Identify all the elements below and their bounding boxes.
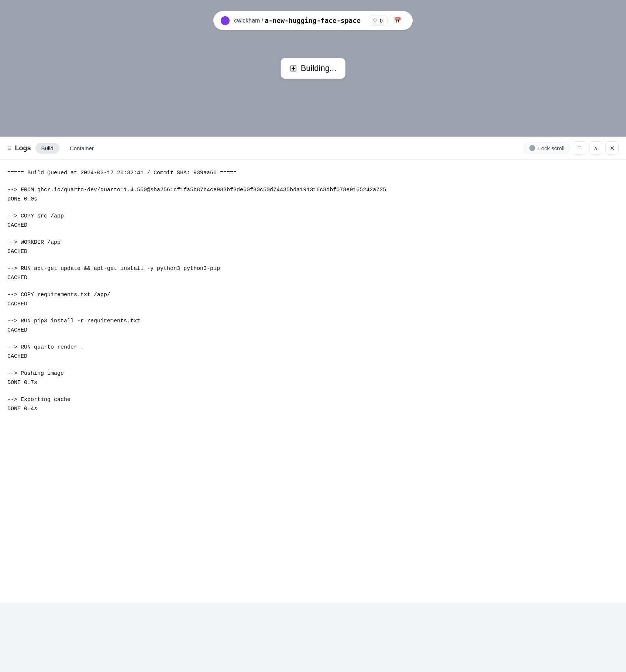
menu-lines-button[interactable]: ≡ [573, 141, 586, 155]
like-count: 0 [380, 18, 383, 24]
log-header-section: ===== Build Queued at 2024-03-17 20:32:4… [7, 168, 619, 178]
log-result-5: CACHED [7, 326, 619, 335]
log-result-4: CACHED [7, 299, 619, 309]
lock-scroll-toggle[interactable] [529, 145, 535, 151]
building-indicator: ⊞ Building... [281, 58, 345, 79]
log-result-7: DONE 0.7s [7, 378, 619, 388]
log-command-4: --> COPY requirements.txt /app/ [7, 290, 619, 300]
log-result-0: DONE 0.0s [7, 195, 619, 204]
close-button[interactable]: ✕ [605, 141, 619, 155]
log-result-8: DONE 0.4s [7, 404, 619, 414]
heart-icon: ♡ [373, 18, 378, 24]
logs-title: Logs [15, 144, 31, 152]
logs-section: ≡ Logs Build Container Lock scroll ≡ ∧ ✕… [0, 137, 626, 603]
like-button[interactable]: ♡ 0 [368, 16, 388, 26]
logs-toolbar: ≡ Logs Build Container Lock scroll ≡ ∧ ✕ [0, 137, 626, 160]
building-label: Building... [301, 64, 337, 73]
log-command-6: --> RUN quarto render . [7, 343, 619, 352]
tab-build[interactable]: Build [35, 143, 59, 154]
repo-actions: ♡ 0 📅 [368, 15, 405, 26]
log-command-8: --> Exporting cache [7, 395, 619, 405]
log-result-6: CACHED [7, 352, 619, 361]
log-command-7: --> Pushing image [7, 369, 619, 378]
log-section-5: --> RUN pip3 install -r requirements.txt… [7, 316, 619, 335]
repo-full-name: cwickham / a-new-hugging-face-space [234, 17, 361, 24]
log-section-3: --> RUN apt-get update && apt-get instal… [7, 264, 619, 283]
tab-container[interactable]: Container [64, 143, 100, 154]
scroll-up-button[interactable]: ∧ [589, 141, 602, 155]
log-command-3: --> RUN apt-get update && apt-get instal… [7, 264, 619, 274]
lock-scroll-label: Lock scroll [538, 145, 564, 151]
lock-scroll-group[interactable]: Lock scroll [524, 143, 570, 154]
log-section-6: --> RUN quarto render . CACHED [7, 343, 619, 361]
preview-area: cwickham / a-new-hugging-face-space ♡ 0 … [0, 0, 626, 137]
calendar-icon: 📅 [394, 17, 401, 24]
close-icon: ✕ [610, 145, 615, 152]
repo-separator: / [261, 17, 263, 24]
log-command-2: --> WORKDIR /app [7, 238, 619, 247]
log-section-4: --> COPY requirements.txt /app/ CACHED [7, 290, 619, 309]
repo-owner: cwickham [234, 17, 260, 24]
log-section-0: --> FROM ghcr.io/quarto-dev/quarto:1.4.5… [7, 185, 619, 204]
log-header-line: ===== Build Queued at 2024-03-17 20:32:4… [7, 168, 619, 178]
toolbar-right: Lock scroll ≡ ∧ ✕ [524, 141, 619, 155]
log-section-1: --> COPY src /app CACHED [7, 212, 619, 230]
menu-lines-icon: ≡ [578, 145, 581, 151]
chevron-up-icon: ∧ [594, 145, 598, 152]
log-section-8: --> Exporting cache DONE 0.4s [7, 395, 619, 414]
log-content: ===== Build Queued at 2024-03-17 20:32:4… [0, 160, 626, 603]
log-section-7: --> Pushing image DONE 0.7s [7, 369, 619, 388]
calendar-button[interactable]: 📅 [390, 15, 405, 26]
repo-avatar-icon [221, 16, 230, 25]
log-result-3: CACHED [7, 273, 619, 283]
log-command-1: --> COPY src /app [7, 212, 619, 221]
log-section-2: --> WORKDIR /app CACHED [7, 238, 619, 257]
logs-menu-icon: ≡ [7, 144, 11, 152]
building-icon: ⊞ [290, 63, 297, 73]
repo-name-text: a-new-hugging-face-space [265, 17, 361, 24]
log-command-0: --> FROM ghcr.io/quarto-dev/quarto:1.4.5… [7, 185, 619, 195]
repo-header: cwickham / a-new-hugging-face-space ♡ 0 … [213, 11, 413, 30]
log-result-2: CACHED [7, 247, 619, 257]
logs-title-group: ≡ Logs [7, 144, 31, 152]
log-command-5: --> RUN pip3 install -r requirements.txt [7, 316, 619, 326]
log-result-1: CACHED [7, 221, 619, 230]
